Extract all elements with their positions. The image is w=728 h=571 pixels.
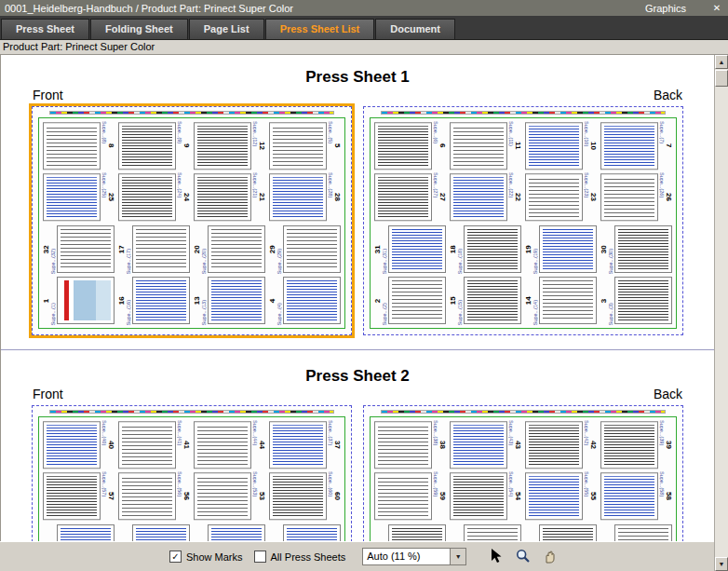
page-cell[interactable]: 55Supe...(55): [524, 471, 598, 521]
page-cell[interactable]: 19Supe...(19): [524, 224, 598, 274]
page-cell[interactable]: 11Supe...(11): [449, 121, 522, 170]
page-cell[interactable]: 20Supe...(20): [193, 224, 266, 274]
page-cell[interactable]: 49Supe...(49): [117, 523, 191, 542]
page-content: [61, 528, 111, 542]
page-cell[interactable]: 22Supe...(22): [449, 172, 522, 222]
page-cell[interactable]: 41Supe...(41): [117, 420, 191, 469]
page-cell[interactable]: 63Supe...(63): [373, 523, 447, 542]
page-cell[interactable]: 24Supe...(24): [117, 172, 191, 222]
page-thumbnail: [464, 277, 521, 324]
page-content: [273, 476, 323, 516]
page-number: 64: [42, 523, 50, 542]
page-cell[interactable]: 1Supe...(1): [42, 276, 115, 325]
page-cell[interactable]: 14Supe...(14): [524, 276, 598, 325]
tab-folding-sheet[interactable]: Folding Sheet: [90, 19, 188, 39]
vertical-scrollbar[interactable]: ▲ ▼: [714, 55, 728, 571]
show-marks-checkbox[interactable]: ✓: [169, 551, 182, 563]
page-label: Supe...(20): [201, 224, 208, 274]
zoom-dropdown[interactable]: Auto (11 %) ▼: [362, 548, 466, 565]
sheet-preview-back[interactable]: 6Supe...(6)11Supe...(11)10Supe...(10)7Su…: [360, 103, 686, 338]
page-cell[interactable]: 8Supe...(8): [42, 121, 115, 170]
tab-press-sheet-list[interactable]: Press Sheet List: [265, 19, 375, 39]
page-content: [211, 280, 262, 320]
page-cell[interactable]: 25Supe...(25): [42, 172, 115, 222]
page-cell[interactable]: 60Supe...(60): [268, 471, 342, 521]
sheet-preview-front[interactable]: 40Supe...(40)41Supe...(41)44Supe...(44)3…: [29, 402, 355, 541]
scrollbar-thumb[interactable]: [715, 70, 728, 87]
page-thumbnail: [57, 225, 115, 273]
page-content: [529, 177, 579, 217]
sheet-preview-back[interactable]: 38Supe...(38)43Supe...(43)42Supe...(42)3…: [360, 402, 686, 541]
select-tool-button[interactable]: [485, 546, 506, 567]
page-cell[interactable]: 28Supe...(28): [268, 172, 342, 222]
page-content: [618, 229, 668, 269]
close-icon[interactable]: ✕: [710, 3, 723, 13]
page-number: 5: [333, 121, 342, 170]
tab-document[interactable]: Document: [375, 19, 455, 39]
page-cell[interactable]: 15Supe...(15): [449, 276, 522, 325]
page-cell[interactable]: 4Supe...(4): [268, 276, 342, 325]
page-cell[interactable]: 12Supe...(12): [193, 121, 266, 170]
page-cell[interactable]: 59Supe...(59): [373, 471, 447, 521]
scroll-down-icon[interactable]: ▼: [715, 557, 728, 571]
page-content: [543, 528, 593, 542]
page-label: Supe...(19): [533, 224, 539, 274]
page-cell[interactable]: 9Supe...(9): [117, 121, 191, 170]
page-label: Supe...(26): [658, 172, 665, 222]
page-cell[interactable]: 3Supe...(3): [600, 276, 673, 325]
page-cell[interactable]: 7Supe...(7): [600, 121, 673, 170]
page-cell[interactable]: 10Supe...(10): [524, 121, 598, 170]
all-press-sheets-checkbox[interactable]: [254, 551, 266, 563]
page-cell[interactable]: 43Supe...(43): [449, 420, 522, 469]
page-thumbnail: [450, 173, 507, 221]
page-cell[interactable]: 2Supe...(2): [373, 276, 447, 325]
page-cell[interactable]: 39Supe...(39): [600, 420, 673, 469]
page-cell[interactable]: 30Supe...(30): [600, 224, 673, 274]
page-cell[interactable]: 31Supe...(31): [373, 224, 447, 274]
scrollbar-track[interactable]: [715, 87, 728, 557]
page-cell[interactable]: 37Supe...(37): [268, 420, 342, 469]
page-cell[interactable]: 51Supe...(51): [524, 523, 598, 542]
page-cell[interactable]: 54Supe...(54): [449, 471, 522, 521]
page-content: [392, 280, 442, 320]
page-thumbnail: [132, 524, 190, 542]
page-cell[interactable]: 13Supe...(13): [193, 276, 266, 325]
pan-tool-button[interactable]: [539, 546, 560, 567]
page-number: 22: [514, 172, 522, 222]
sheet-preview-front[interactable]: 8Supe...(8)9Supe...(9)12Supe...(12)5Supe…: [29, 103, 355, 338]
page-cell[interactable]: 56Supe...(56): [117, 471, 191, 521]
page-cell[interactable]: 32Supe...(32): [42, 224, 115, 274]
zoom-tool-button[interactable]: [512, 546, 533, 567]
page-cell[interactable]: 61Supe...(61): [268, 523, 342, 542]
page-cell[interactable]: 26Supe...(26): [600, 172, 673, 222]
tab-press-sheet[interactable]: Press Sheet: [1, 19, 89, 39]
page-cell[interactable]: 23Supe...(23): [524, 172, 598, 222]
page-cell[interactable]: 50Supe...(50): [449, 523, 522, 542]
page-cell[interactable]: 29Supe...(29): [268, 224, 342, 274]
page-number: 3: [600, 276, 608, 325]
page-cell[interactable]: 18Supe...(18): [449, 224, 522, 274]
page-cell[interactable]: 64Supe...(64): [42, 523, 115, 542]
page-cell[interactable]: 58Supe...(58): [600, 471, 673, 521]
page-cell[interactable]: 17Supe...(17): [117, 224, 191, 274]
page-cell[interactable]: 5Supe...(5): [268, 121, 342, 170]
page-thumbnail: [600, 472, 658, 520]
page-cell[interactable]: 52Supe...(52): [193, 523, 266, 542]
page-cell[interactable]: 38Supe...(38): [373, 420, 447, 469]
chevron-down-icon[interactable]: ▼: [450, 549, 465, 564]
page-cell[interactable]: 40Supe...(40): [42, 420, 115, 469]
page-cell[interactable]: 16Supe...(16): [117, 276, 191, 325]
graphics-menu[interactable]: Graphics: [645, 3, 686, 14]
page-cell[interactable]: 44Supe...(44): [193, 420, 266, 469]
page-cell[interactable]: 21Supe...(21): [193, 172, 266, 222]
tab-page-list[interactable]: Page List: [189, 19, 264, 39]
page-cell[interactable]: 53Supe...(53): [193, 471, 266, 521]
page-cell[interactable]: 6Supe...(6): [373, 121, 447, 170]
page-cell[interactable]: 62Supe...(62): [600, 523, 673, 542]
page-content: [604, 126, 654, 166]
page-cell[interactable]: 27Supe...(27): [373, 172, 447, 222]
page-label: Supe...(40): [101, 420, 107, 469]
page-cell[interactable]: 42Supe...(42): [524, 420, 598, 469]
page-cell[interactable]: 57Supe...(57): [42, 471, 115, 521]
scroll-up-icon[interactable]: ▲: [715, 55, 728, 69]
